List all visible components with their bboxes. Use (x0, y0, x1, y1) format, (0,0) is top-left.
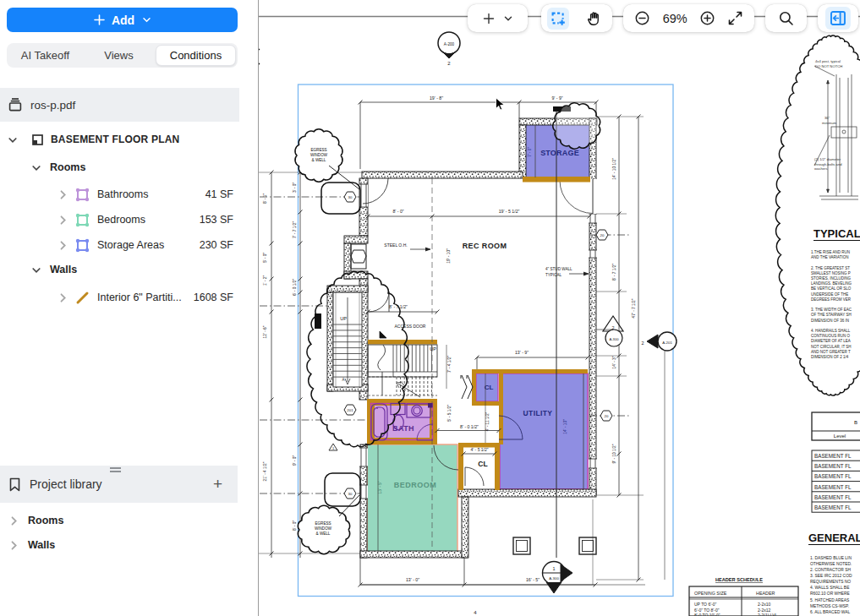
svg-text:6' - 0 1/2": 6' - 0 1/2" (293, 279, 297, 297)
svg-text:BASEMENT FL: BASEMENT FL (814, 453, 852, 459)
svg-text:BEDROOM: BEDROOM (394, 481, 437, 489)
svg-text:REQUIREMENTS NO: REQUIREMENTS NO (810, 580, 851, 584)
svg-text:20: 20 (600, 233, 605, 237)
svg-text:13' - 0": 13' - 0" (406, 577, 419, 582)
svg-text:BE VERTICAL OR SLO: BE VERTICAL OR SLO (811, 286, 852, 291)
svg-text:A-300: A-300 (609, 337, 619, 341)
svg-text:EGRESS: EGRESS (315, 521, 331, 526)
svg-text:4. HANDRAILS SHALL: 4. HANDRAILS SHALL (811, 329, 851, 333)
svg-text:UTILITY: UTILITY (523, 409, 553, 417)
svg-text:METHODS CS-WSP.: METHODS CS-WSP. (810, 604, 849, 608)
svg-text:DIAMETER OF AT LEA: DIAMETER OF AT LEA (811, 339, 851, 343)
svg-text:STORAGE: STORAGE (540, 149, 579, 157)
svg-text:(2) 1/2" diameter: (2) 1/2" diameter (814, 157, 841, 161)
svg-text:TYPICAL: TYPICAL (545, 273, 562, 277)
svg-text:GENERAL NO: GENERAL NO (808, 532, 860, 544)
svg-text:ACCESS DOOR: ACCESS DOOR (395, 324, 426, 329)
svg-text:5' - 0": 5' - 0" (263, 253, 267, 264)
svg-text:1' - 2": 1' - 2" (263, 275, 267, 286)
svg-text:7' - 0": 7' - 0" (528, 147, 532, 157)
svg-text:4: 4 (474, 610, 477, 615)
svg-text:DO NOT NOTCH: DO NOT NOTCH (815, 64, 842, 68)
svg-text:4' - 5 1/2": 4' - 5 1/2" (470, 447, 488, 452)
svg-text:6'-0" TO 8'-0": 6'-0" TO 8'-0" (694, 608, 720, 613)
svg-text:3. SEE IRC 2012 COD: 3. SEE IRC 2012 COD (810, 574, 852, 578)
svg-text:19' - 8": 19' - 8" (430, 95, 443, 101)
svg-text:2-2x10: 2-2x10 (758, 602, 771, 607)
svg-text:1.THE RISE AND RUN: 1.THE RISE AND RUN (811, 250, 850, 254)
svg-text:21' - 4 1/2": 21' - 4 1/2" (263, 461, 267, 481)
svg-text:A: A (342, 378, 344, 382)
svg-text:DEGREES FROM VER: DEGREES FROM VER (811, 297, 852, 302)
svg-text:REC ROOM: REC ROOM (463, 242, 507, 250)
svg-text:1. DASHED BLUE LIN: 1. DASHED BLUE LIN (810, 556, 852, 560)
svg-text:OPENING SIZE: OPENING SIZE (694, 591, 727, 596)
svg-text:WINDOW: WINDOW (315, 526, 332, 531)
svg-text:30: 30 (348, 195, 353, 199)
svg-text:CL: CL (478, 460, 487, 468)
svg-text:STORIES, INCLUDING: STORIES, INCLUDING (811, 276, 851, 281)
svg-text:BASEMENT FL: BASEMENT FL (814, 473, 852, 479)
svg-text:BASEMENT FL: BASEMENT FL (814, 463, 852, 469)
svg-text:8' - 7 1/2": 8' - 7 1/2" (612, 264, 616, 281)
svg-text:3. THE WIDTH OF EAC: 3. THE WIDTH OF EAC (811, 308, 852, 312)
svg-text:SMALLEST NOSING P: SMALLEST NOSING P (811, 271, 851, 275)
svg-text:19' - 5 1/2": 19' - 5 1/2" (499, 209, 520, 214)
svg-text:30: 30 (348, 492, 353, 496)
svg-text:19' - 10": 19' - 10" (446, 248, 451, 264)
svg-text:7' - 7 1/2": 7' - 7 1/2" (293, 221, 297, 239)
svg-text:minimum: minimum (822, 121, 836, 125)
svg-text:TYPICAL STAIR: TYPICAL STAIR (813, 227, 860, 240)
svg-text:LANDINGS. BEVELING: LANDINGS. BEVELING (811, 281, 852, 286)
svg-text:BATH: BATH (392, 424, 414, 433)
svg-text:9' - 9": 9' - 9" (551, 95, 562, 101)
svg-text:8' - 0 1/2": 8' - 0 1/2" (460, 424, 479, 429)
svg-text:4' - 11 1/2": 4' - 11 1/2" (485, 412, 490, 431)
svg-text:A-201: A-201 (662, 341, 672, 345)
svg-text:1: 1 (552, 566, 555, 571)
svg-text:OTHERWISE NOTED.: OTHERWISE NOTED. (810, 562, 852, 566)
svg-text:20: 20 (605, 414, 609, 418)
svg-text:2: 2 (447, 61, 451, 66)
svg-text:2: 2 (641, 341, 644, 346)
svg-text:4" STUD WALL: 4" STUD WALL (545, 267, 572, 271)
svg-text:8' - 1": 8' - 1" (263, 194, 267, 204)
svg-text:14' - 10 1/2": 14' - 10 1/2" (612, 158, 616, 180)
svg-text:& WELL: & WELL (316, 532, 331, 536)
svg-text:UNDERSIDE OF THE: UNDERSIDE OF THE (811, 292, 848, 297)
svg-text:13' - 5": 13' - 5" (378, 481, 382, 493)
svg-text:5' - 5 1/2": 5' - 5 1/2" (447, 405, 452, 422)
svg-text:4x4 post, typical: 4x4 post, typical (815, 59, 841, 63)
svg-text:DIMENSION OF 36 IN: DIMENSION OF 36 IN (811, 319, 849, 323)
svg-text:16' - 5": 16' - 5" (526, 577, 540, 582)
svg-text:EGRESS: EGRESS (310, 148, 326, 152)
svg-text:BASEMENT FL: BASEMENT FL (814, 494, 852, 500)
svg-text:CONTINUOUS RUN O: CONTINUOUS RUN O (811, 334, 850, 338)
svg-text:UP: UP (340, 316, 347, 321)
svg-text:9' - 0": 9' - 0" (293, 455, 297, 466)
svg-text:NOT CIRCULAR, IT SH: NOT CIRCULAR, IT SH (811, 345, 852, 349)
svg-text:7' - 4 1/2": 7' - 4 1/2" (447, 356, 452, 373)
svg-text:BASEMENT FL: BASEMENT FL (814, 484, 852, 490)
svg-text:36": 36" (824, 116, 830, 120)
svg-text:6. ALL BRACED WAL: 6. ALL BRACED WAL (810, 610, 850, 614)
svg-text:1: 1 (332, 446, 335, 450)
svg-text:9' - 10 1/2": 9' - 10 1/2" (612, 444, 616, 463)
svg-text:4. WALLS SHALL BE: 4. WALLS SHALL BE (810, 586, 850, 590)
svg-text:8' - 0": 8' - 0" (392, 209, 403, 214)
svg-text:washers: washers (814, 166, 828, 171)
svg-text:2. CONTRACTOR SH: 2. CONTRACTOR SH (810, 568, 851, 572)
svg-text:HEADER SCHEDULE: HEADER SCHEDULE (715, 577, 763, 582)
svg-text:14' - 3": 14' - 3" (612, 356, 616, 368)
svg-text:BASEMENT FL: BASEMENT FL (814, 504, 852, 510)
svg-text:201: 201 (347, 408, 353, 412)
svg-text:& WELL: & WELL (312, 158, 326, 162)
svg-text:UP TO 6'-0": UP TO 6'-0" (694, 602, 717, 607)
svg-text:3' - 0": 3' - 0" (293, 183, 297, 194)
svg-text:13' - 9": 13' - 9" (515, 350, 529, 355)
svg-text:Level: Level (834, 433, 846, 439)
svg-text:AND NOT GREATER T: AND NOT GREATER T (811, 350, 851, 354)
svg-text:through-bolts and: through-bolts and (814, 162, 842, 166)
svg-text:14' - 10": 14' - 10" (563, 419, 567, 434)
svg-text:R602.10 OR WHERE: R602.10 OR WHERE (810, 591, 850, 596)
